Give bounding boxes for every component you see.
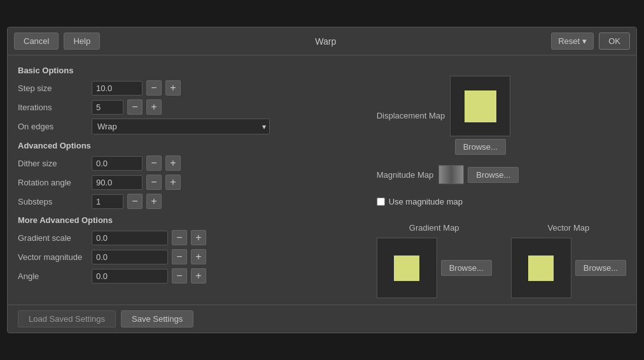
angle-input[interactable] xyxy=(92,269,168,284)
right-panel: Displacement Map Browse... Magnitude Map… xyxy=(377,62,626,298)
displacement-map-swatch xyxy=(465,90,496,122)
gradient-map-group: Gradient Map Browse... xyxy=(377,223,492,298)
use-magnitude-checkbox[interactable] xyxy=(377,198,385,206)
on-edges-row: On edges Wrap Smear Black ▾ xyxy=(18,119,364,134)
substeps-minus-button[interactable]: − xyxy=(127,194,143,209)
rotation-angle-label: Rotation angle xyxy=(18,178,88,187)
minus-icon: − xyxy=(132,102,137,112)
step-size-row: Step size − + xyxy=(18,80,364,96)
angle-label: Angle xyxy=(18,271,88,281)
titlebar: Cancel Help Warp Reset ▾ OK xyxy=(8,27,636,55)
advanced-options-title: Advanced Options xyxy=(18,141,364,150)
vector-browse-button[interactable]: Browse... xyxy=(575,260,626,276)
rotation-angle-row: Rotation angle − + xyxy=(18,175,364,190)
plus-icon: + xyxy=(170,158,176,168)
bottom-maps-section: Gradient Map Browse... Vector Map xyxy=(377,223,626,298)
plus-icon: + xyxy=(170,177,176,187)
save-settings-button[interactable]: Save Settings xyxy=(121,310,193,328)
on-edges-select[interactable]: Wrap Smear Black xyxy=(92,119,270,134)
gradient-browse-button[interactable]: Browse... xyxy=(441,260,492,276)
substeps-row: Substeps − + xyxy=(18,194,364,209)
help-button[interactable]: Help xyxy=(64,32,100,50)
vector-magnitude-row: Vector magnitude − + xyxy=(18,249,364,264)
ok-button[interactable]: OK xyxy=(599,32,630,50)
displacement-map-preview xyxy=(450,76,510,136)
substeps-plus-button[interactable]: + xyxy=(146,194,162,209)
angle-plus-button[interactable]: + xyxy=(191,268,206,284)
displacement-browse-button[interactable]: Browse... xyxy=(455,139,506,155)
cancel-button[interactable]: Cancel xyxy=(14,32,59,50)
minus-icon: − xyxy=(132,196,137,206)
footer: Load Saved Settings Save Settings xyxy=(8,305,636,333)
vector-magnitude-label: Vector magnitude xyxy=(18,252,88,262)
step-size-input[interactable] xyxy=(92,81,143,96)
dither-size-input[interactable] xyxy=(92,156,143,171)
vector-magnitude-minus-button[interactable]: − xyxy=(172,249,187,264)
step-size-label: Step size xyxy=(18,83,88,93)
reset-button[interactable]: Reset ▾ xyxy=(551,32,594,50)
rotation-plus-button[interactable]: + xyxy=(165,175,181,190)
use-magnitude-row: Use magnitude map xyxy=(377,197,626,206)
dither-minus-button[interactable]: − xyxy=(146,155,162,171)
iterations-input[interactable] xyxy=(92,100,123,115)
magnitude-map-swatch xyxy=(438,165,464,184)
on-edges-label: On edges xyxy=(18,122,88,131)
displacement-map-label: Displacement Map xyxy=(377,111,445,120)
substeps-input[interactable] xyxy=(92,194,123,209)
gradient-scale-plus-button[interactable]: + xyxy=(191,230,206,245)
gradient-scale-row: Gradient scale − + xyxy=(18,230,364,245)
gradient-scale-minus-button[interactable]: − xyxy=(172,230,187,245)
vector-map-label: Vector Map xyxy=(548,223,590,233)
use-magnitude-label: Use magnitude map xyxy=(389,197,463,206)
iterations-minus-button[interactable]: − xyxy=(127,99,143,115)
gradient-scale-input[interactable] xyxy=(92,231,168,245)
angle-minus-button[interactable]: − xyxy=(172,268,187,284)
left-panel: Basic Options Step size − + Iterations −… xyxy=(18,62,364,298)
iterations-row: Iterations − + xyxy=(18,99,364,115)
angle-row: Angle − + xyxy=(18,268,364,284)
vector-magnitude-input[interactable] xyxy=(92,250,168,264)
gradient-map-label: Gradient Map xyxy=(409,223,459,233)
rotation-angle-input[interactable] xyxy=(92,175,143,190)
main-content: Basic Options Step size − + Iterations −… xyxy=(8,55,636,305)
substeps-label: Substeps xyxy=(18,197,88,206)
rotation-minus-button[interactable]: − xyxy=(146,175,162,190)
iterations-label: Iterations xyxy=(18,103,88,112)
minus-icon: − xyxy=(151,158,157,168)
dither-size-row: Dither size − + xyxy=(18,155,364,171)
vector-magnitude-plus-button[interactable]: + xyxy=(191,249,206,264)
vector-map-group: Vector Map Browse... xyxy=(511,223,626,298)
minus-icon: − xyxy=(176,233,182,243)
minus-icon: − xyxy=(151,177,157,187)
vector-map-swatch xyxy=(528,256,554,281)
dither-plus-button[interactable]: + xyxy=(165,155,181,171)
plus-icon: + xyxy=(170,83,176,93)
chevron-down-icon: ▾ xyxy=(582,36,587,46)
gradient-map-preview xyxy=(377,238,437,298)
load-settings-button[interactable]: Load Saved Settings xyxy=(18,310,116,328)
magnitude-browse-button[interactable]: Browse... xyxy=(468,167,519,183)
dither-size-label: Dither size xyxy=(18,159,88,168)
plus-icon: + xyxy=(195,252,201,262)
dialog-title: Warp xyxy=(105,36,546,47)
gradient-scale-label: Gradient scale xyxy=(18,233,88,243)
minus-icon: − xyxy=(176,271,182,281)
step-size-minus-button[interactable]: − xyxy=(146,80,162,96)
vector-map-preview xyxy=(511,238,571,298)
plus-icon: + xyxy=(195,233,201,243)
step-size-plus-button[interactable]: + xyxy=(165,80,181,96)
magnitude-map-section: Magnitude Map Browse... xyxy=(377,165,626,184)
reset-label: Reset xyxy=(558,36,580,46)
iterations-plus-button[interactable]: + xyxy=(146,99,162,115)
plus-icon: + xyxy=(195,271,201,281)
on-edges-select-wrap: Wrap Smear Black ▾ xyxy=(92,119,270,134)
minus-icon: − xyxy=(151,83,157,93)
more-advanced-options-title: More Advanced Options xyxy=(18,215,364,225)
magnitude-map-label: Magnitude Map xyxy=(377,170,434,180)
plus-icon: + xyxy=(151,102,157,112)
gradient-map-swatch xyxy=(394,256,419,281)
displacement-map-section: Displacement Map Browse... xyxy=(377,76,626,155)
basic-options-title: Basic Options xyxy=(18,66,364,75)
warp-dialog: Cancel Help Warp Reset ▾ OK Basic Option… xyxy=(7,27,637,333)
minus-icon: − xyxy=(176,252,182,262)
